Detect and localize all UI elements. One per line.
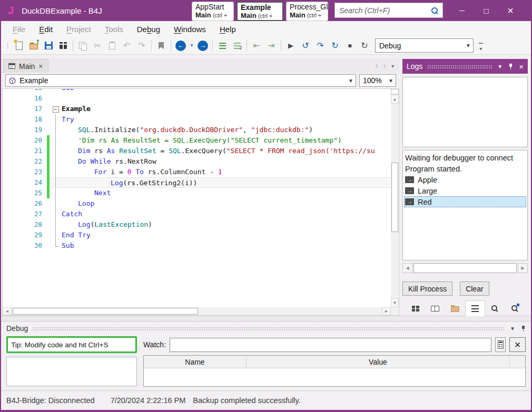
logs-scrollbar-track[interactable] — [413, 263, 517, 273]
copy-button[interactable] — [75, 39, 90, 53]
line-number[interactable]: 19 — [3, 125, 47, 135]
cut-button[interactable]: ✂ — [90, 39, 105, 53]
clear-watch-button[interactable]: × — [509, 337, 526, 352]
comment-button[interactable] — [215, 39, 230, 53]
outdent-button[interactable]: ⇤ — [249, 39, 264, 53]
tab-documentation[interactable] — [426, 300, 446, 316]
pin-icon[interactable] — [521, 325, 526, 332]
line-number[interactable]: 17 — [3, 104, 47, 114]
line-number[interactable]: 29 — [3, 230, 47, 240]
line-number[interactable]: 30 — [3, 240, 47, 251]
logs-horizontal-scrollbar[interactable]: ◀ ▶ — [402, 263, 528, 273]
search-icon[interactable] — [431, 7, 438, 14]
line-number[interactable]: 21 — [3, 146, 47, 156]
log-entry[interactable]: Program started. — [404, 163, 526, 174]
search-input[interactable]: Search (Ctrl+F) — [334, 3, 443, 18]
horizontal-scrollbar-thumb[interactable] — [13, 308, 198, 315]
panel-drag-handle[interactable] — [33, 327, 505, 330]
line-number[interactable]: 22 — [3, 156, 47, 167]
redo-button[interactable]: ↷ — [134, 39, 149, 53]
code-line-21[interactable]: 21Dim rs As ResultSet = SQL.ExecQuery("S… — [3, 146, 391, 156]
save-button[interactable] — [41, 39, 56, 53]
debug-panel-header[interactable]: Debug ▼ — [1, 321, 531, 335]
vertical-scrollbar[interactable]: ▲ ▼ — [391, 89, 399, 307]
toolbar-grip[interactable]: ⋮ — [4, 42, 10, 49]
code-line-18[interactable]: 18Try — [3, 114, 391, 125]
panel-close-icon[interactable]: × — [519, 63, 524, 71]
code-line-16[interactable]: 16 — [3, 93, 391, 104]
tab-scroll-right-icon[interactable]: › — [383, 61, 386, 71]
panel-drag-handle[interactable] — [427, 65, 492, 68]
line-number[interactable]: 15 — [3, 88, 47, 93]
line-number[interactable]: 25 — [3, 188, 47, 198]
scroll-up-arrow[interactable]: ▲ — [391, 95, 399, 104]
tab-logs[interactable] — [465, 300, 485, 316]
navigate-back-button[interactable]: ← — [173, 39, 188, 53]
code-line-30[interactable]: 30Sub — [3, 240, 391, 251]
evaluate-button[interactable] — [495, 337, 506, 352]
scroll-right-arrow[interactable]: ▶ — [518, 263, 528, 273]
paste-button[interactable] — [105, 39, 120, 53]
uncomment-button[interactable] — [230, 39, 244, 53]
log-entry[interactable]: Waiting for debugger to connect — [404, 152, 526, 163]
code-editor[interactable]: 15Sub1617Example18Try19SQL.Initialize("o… — [2, 88, 399, 316]
menu-tools[interactable]: Tools — [98, 25, 130, 34]
stop-button[interactable]: ■ — [342, 39, 357, 53]
indent-button[interactable]: ⇥ — [264, 39, 279, 53]
panel-menu-icon[interactable]: ▼ — [497, 64, 503, 69]
toolbar-overflow-button[interactable]: ▔▾ — [479, 42, 483, 50]
tab-scroll-left-icon[interactable]: ‹ — [375, 61, 378, 71]
column-header-name[interactable]: Name — [144, 356, 247, 368]
tab-find-references[interactable] — [505, 300, 525, 316]
pin-icon[interactable] — [508, 63, 513, 70]
menu-debug[interactable]: Debug — [130, 25, 167, 34]
menu-project[interactable]: Project — [60, 25, 98, 34]
undo-button[interactable]: ↶ — [120, 39, 134, 53]
tab-list-dropdown-icon[interactable]: ▾ — [391, 63, 394, 69]
code-line-17[interactable]: 17Example — [3, 104, 391, 114]
horizontal-splitter[interactable] — [1, 316, 531, 321]
horizontal-scrollbar[interactable]: ◀ ▶ — [3, 307, 391, 315]
menu-windows[interactable]: Windows — [167, 25, 213, 34]
scroll-left-arrow[interactable]: ◀ — [3, 307, 12, 315]
column-header-value[interactable]: Value — [247, 356, 509, 368]
navigate-forward-button[interactable]: → — [195, 39, 210, 53]
code-line-19[interactable]: 19SQL.Initialize("org.duckdb.DuckDBDrive… — [3, 125, 391, 135]
code-line-23[interactable]: 23For i = 0 To rs.ColumnCount - 1 — [3, 167, 391, 177]
build-package-button[interactable] — [56, 39, 71, 53]
menu-help[interactable]: Help — [213, 25, 243, 34]
goto-log-source-icon[interactable]: → — [405, 176, 414, 183]
menu-edit[interactable]: Edit — [32, 25, 60, 34]
line-number[interactable]: 20 — [3, 135, 47, 146]
watch-expression-input[interactable] — [170, 338, 491, 352]
maximize-button[interactable]: □ — [474, 6, 498, 15]
scroll-right-arrow[interactable]: ▶ — [382, 307, 391, 315]
code-line-26[interactable]: 26Loop — [3, 198, 391, 209]
build-configuration-select[interactable]: Debug ▼ — [375, 38, 474, 53]
fold-collapse-icon[interactable] — [51, 104, 60, 114]
back-history-dropdown[interactable]: ▾ — [188, 39, 195, 53]
menu-file[interactable]: File — [6, 25, 32, 34]
restart-button[interactable]: ↻ — [357, 39, 372, 53]
editor-split-handle[interactable] — [391, 89, 399, 94]
tab-search[interactable] — [485, 300, 505, 316]
scroll-left-arrow[interactable]: ◀ — [402, 263, 412, 273]
module-tab-example[interactable]: ExampleMain (ctrl + — [237, 2, 283, 21]
step-out-button[interactable]: ↻ — [328, 39, 342, 53]
code-line-20[interactable]: 20'Dim rs As ResultSet = SQL.ExecQuery("… — [3, 135, 391, 146]
log-entry[interactable]: →Large — [404, 185, 526, 196]
kill-process-button[interactable]: Kill Process — [402, 282, 452, 296]
line-number[interactable]: 27 — [3, 209, 47, 219]
code-line-27[interactable]: 27Catch — [3, 209, 391, 219]
open-project-button[interactable] — [26, 39, 41, 53]
logs-filter-box[interactable] — [402, 77, 528, 147]
code-line-25[interactable]: 25Next — [3, 188, 391, 198]
line-number[interactable]: 18 — [3, 114, 47, 125]
sub-selector-combobox[interactable]: Example ▼ — [5, 74, 356, 87]
vertical-scrollbar-thumb[interactable] — [391, 163, 398, 232]
line-number[interactable]: 26 — [3, 198, 47, 209]
goto-log-source-icon[interactable]: → — [405, 187, 414, 194]
minimize-button[interactable]: ─ — [450, 6, 474, 15]
code-line-22[interactable]: 22Do While rs.NextRow — [3, 156, 391, 167]
panel-menu-icon[interactable]: ▼ — [510, 326, 515, 331]
